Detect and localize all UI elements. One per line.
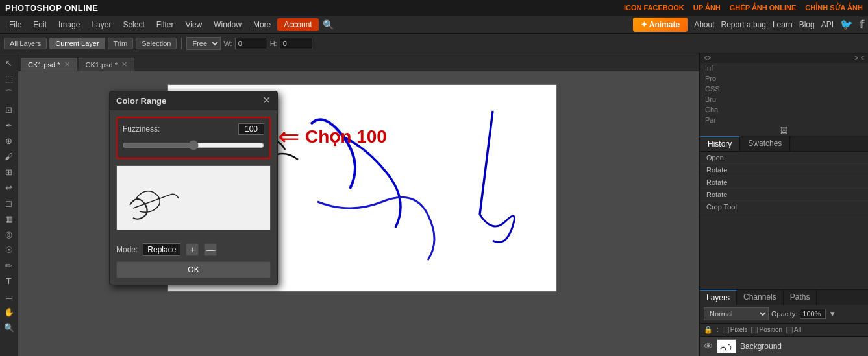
hand-tool[interactable]: ✋ [2,305,16,319]
blog-link[interactable]: Blog [799,20,815,29]
blur-tool[interactable]: ◎ [2,227,16,241]
twitter-icon[interactable]: 🐦 [840,18,853,30]
menu-bar: File Edit Image Layer Select Filter View… [0,16,868,34]
eraser-tool[interactable]: ◻ [2,196,16,210]
animate-button[interactable]: ✦ Animate [633,18,688,32]
text-tool[interactable]: T [2,274,16,288]
ok-button[interactable]: OK [116,261,271,278]
mode-select[interactable]: Free [186,37,221,50]
all-option[interactable]: All [786,326,801,333]
gradient-tool[interactable]: ▦ [2,211,16,226]
info-collapse-right[interactable]: > < [855,54,864,62]
history-item-rotate-3[interactable]: Rotate [700,189,868,201]
search-icon[interactable]: 🔍 [323,19,334,30]
menu-more[interactable]: More [248,18,276,32]
history-brush-tool[interactable]: ↩ [2,180,16,195]
history-item-rotate-1[interactable]: Rotate [700,164,868,176]
info-row-par[interactable]: Par [700,115,868,125]
annotation-text: Chọn 100 [305,126,387,147]
h-input[interactable] [280,38,312,49]
main-layout: ↖ ⬚ ⌒ ⊡ ✒ ⊕ 🖌 ⊞ ↩ ◻ ▦ ◎ ☉ ✏ T ▭ ✋ 🔍 CK1.… [0,53,868,356]
arrow-annotation: ⇐ Chọn 100 [278,123,387,149]
brush-tool[interactable]: 🖌 [2,149,16,163]
menu-view[interactable]: View [180,18,207,32]
brand-link-upload[interactable]: UP ẢNH [693,4,721,12]
brand-link-collage[interactable]: GHÉP ẢNH ONLINE [730,4,797,12]
menu-image[interactable]: Image [53,18,85,32]
move-tool[interactable]: ↖ [2,56,16,70]
info-panel-header: <> > < [700,53,868,63]
position-checkbox[interactable] [751,327,758,333]
info-row-css[interactable]: CSS [700,84,868,94]
menu-select[interactable]: Select [118,18,149,32]
layer-item-background[interactable]: 👁 Background [700,337,868,356]
info-row-bru[interactable]: Bru [700,94,868,104]
learn-link[interactable]: Learn [773,20,793,29]
history-item-open[interactable]: Open [700,152,868,164]
info-image-icon[interactable]: 🖼 [700,125,868,136]
dialog-header: Color Range ✕ [110,91,277,110]
menu-window[interactable]: Window [208,18,247,32]
w-input[interactable] [235,38,267,49]
tab-history[interactable]: History [700,136,740,151]
tab-close-1[interactable]: ✕ [64,60,70,69]
about-link[interactable]: About [694,20,714,29]
dodge-tool[interactable]: ☉ [2,243,16,257]
info-row-inf[interactable]: Inf [700,63,868,73]
pixels-option[interactable]: Pixels [723,326,748,333]
select-tool[interactable]: ⬚ [2,71,16,86]
api-link[interactable]: API [821,20,834,29]
tab-layers[interactable]: Layers [700,290,737,305]
opacity-arrow[interactable]: ▼ [828,309,836,318]
menu-file[interactable]: File [4,18,27,32]
canvas-area: CK1.psd * ✕ CK1.psd * ✕ [18,53,699,356]
stamp-tool[interactable]: ⊞ [2,165,16,179]
fuzziness-slider[interactable] [123,140,264,150]
opacity-input[interactable] [800,309,826,319]
pixels-checkbox[interactable] [723,327,729,333]
info-row-cha[interactable]: Cha [700,104,868,115]
trim-button[interactable]: Trim [108,38,134,49]
tab-swatches[interactable]: Swatches [740,136,790,151]
layer-options-bar: 🔒 : Pixels Position All [700,324,868,337]
current-layer-button[interactable]: Current Layer [49,38,105,49]
info-row-pro[interactable]: Pro [700,73,868,84]
w-label: W: [223,40,232,47]
report-bug-link[interactable]: Report a bug [721,20,766,29]
mode-add-button[interactable]: + [186,243,199,256]
menu-layer[interactable]: Layer [86,18,116,32]
history-item-rotate-2[interactable]: Rotate [700,176,868,189]
eyedropper-tool[interactable]: ✒ [2,118,16,132]
menu-account[interactable]: Account [277,18,318,31]
selection-button[interactable]: Selection [136,38,177,49]
tab-ck1-2[interactable]: CK1.psd * ✕ [79,58,135,71]
history-item-crop[interactable]: Crop Tool [700,201,868,213]
shape-tool[interactable]: ▭ [2,289,16,303]
heal-tool[interactable]: ⊕ [2,134,16,148]
facebook-icon[interactable]: 𝕗 [860,18,864,30]
blend-mode-select[interactable]: Normal [704,307,769,320]
opacity-label: Opacity: [771,310,797,318]
pen-tool[interactable]: ✏ [2,258,16,272]
menu-filter[interactable]: Filter [151,18,179,32]
dialog-close-button[interactable]: ✕ [262,95,271,106]
all-layers-button[interactable]: All Layers [4,38,47,49]
tab-paths[interactable]: Paths [784,290,817,305]
tab-ck1-1[interactable]: CK1.psd * ✕ [21,58,77,71]
tab-close-2[interactable]: ✕ [121,60,127,69]
brand-link-edit[interactable]: CHỈNH SỬA ẢNH [805,4,863,12]
layer-visibility-icon[interactable]: 👁 [704,341,713,351]
mode-subtract-button[interactable]: — [204,243,217,256]
brand-link-facebook[interactable]: ICON FACEBOOK [624,4,684,12]
all-checkbox[interactable] [786,327,793,333]
dialog-preview [116,165,271,230]
position-option[interactable]: Position [751,326,782,333]
lasso-tool[interactable]: ⌒ [2,87,16,101]
zoom-tool[interactable]: 🔍 [2,320,16,335]
info-collapse-left[interactable]: <> [704,54,712,62]
fuzziness-value-input[interactable] [238,123,264,135]
menu-edit[interactable]: Edit [28,18,52,32]
mode-value: Replace [143,243,180,256]
crop-tool[interactable]: ⊡ [2,102,16,117]
tab-channels[interactable]: Channels [737,290,784,305]
